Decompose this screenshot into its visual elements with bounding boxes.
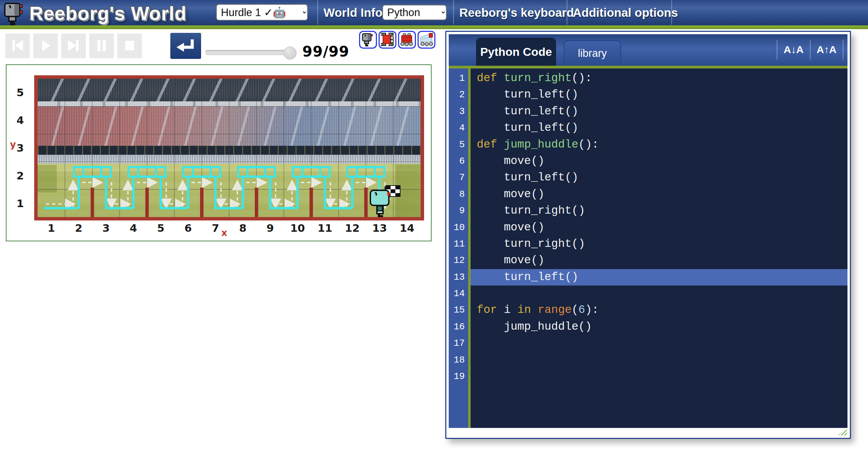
font-size-controls: A↓A A↑A (777, 40, 843, 60)
line-number: 11 (449, 236, 468, 252)
code-line: move() (471, 252, 847, 269)
world-select[interactable]: Hurdle 1 ✓🤖 (216, 4, 308, 21)
pause-icon (93, 37, 110, 55)
play-button[interactable] (33, 34, 58, 58)
line-number: 12 (449, 252, 468, 269)
line-number: 19 (449, 368, 468, 385)
frame-counter: 99/99 (302, 43, 349, 60)
x-axis-label: 5 (153, 222, 168, 234)
code-line: for i in range(6): (471, 302, 847, 318)
menu-reeborg-keyboard[interactable]: Reeborg's keyboard (459, 0, 574, 25)
robot-tank-button[interactable] (379, 31, 396, 49)
robot-rover-blue-button[interactable] (418, 31, 435, 49)
editor-accent-line (449, 66, 847, 68)
rover-red-robot-icon (399, 32, 415, 48)
x-axis-label: 3 (98, 222, 114, 234)
code-editor[interactable]: def turn_right(): turn_left() turn_left(… (471, 68, 847, 428)
x-axis-label: 14 (399, 222, 415, 234)
line-number: 2 (449, 87, 468, 103)
stop-icon (121, 37, 139, 55)
skip-to-start-button[interactable] (5, 34, 30, 58)
y-axis-label: 2 (13, 169, 28, 182)
code-line: turn_left() (471, 169, 847, 186)
code-line: move() (471, 186, 847, 203)
code-line (471, 368, 847, 385)
reeborg-robot-sprite (370, 190, 390, 216)
navbar-accent-line (0, 25, 868, 29)
nav-separator (317, 0, 318, 25)
rover-blue-robot-icon (419, 32, 434, 48)
line-number: 9 (449, 203, 468, 219)
menu-additional-options[interactable]: Additional options (573, 0, 678, 25)
enter-arrow-icon (174, 36, 197, 56)
frame-slider[interactable] (205, 50, 291, 55)
code-line: turn_left() (471, 87, 847, 103)
frame-slider-thumb[interactable] (284, 47, 297, 60)
pause-button[interactable] (89, 34, 114, 58)
nav-separator (671, 0, 672, 25)
menu-world-info[interactable]: World Info (324, 0, 382, 25)
x-axis-label: 6 (181, 222, 196, 234)
x-axis-label: 10 (290, 222, 305, 234)
line-number: 17 (449, 335, 468, 352)
code-line: def jump_huddle(): (471, 137, 847, 153)
x-axis-label: 13 (372, 222, 387, 234)
robot-rover-red-button[interactable] (398, 31, 416, 49)
classic-robot-icon (361, 32, 375, 48)
code-line: turn_right() (471, 236, 847, 252)
line-number: 13 (449, 269, 468, 286)
code-line: move() (471, 153, 847, 169)
world-overlay (38, 79, 421, 217)
font-increase-button[interactable]: A↑A (811, 40, 843, 60)
code-line: move() (471, 219, 847, 236)
x-axis-label: 11 (317, 222, 332, 234)
play-icon (37, 37, 54, 55)
code-line: jump_huddle() (471, 319, 847, 335)
x-axis-label: 7 (208, 222, 223, 234)
line-number: 18 (449, 352, 468, 368)
code-editor-panel: Python Code library A↓A A↑A 123456789101… (445, 31, 851, 439)
x-axis-label: 2 (71, 222, 86, 234)
code-line (471, 286, 847, 302)
line-number: 14 (449, 286, 468, 302)
skip-to-end-icon (65, 37, 82, 55)
step-enter-button[interactable] (170, 33, 201, 59)
world-grid (34, 75, 424, 220)
tab-library[interactable]: library (564, 40, 621, 66)
code-line: turn_left() (471, 120, 847, 136)
y-axis-label: 5 (13, 86, 28, 99)
editor-body: 12345678910111213141516171819 def turn_r… (449, 68, 847, 428)
x-axis-label: 8 (235, 222, 250, 234)
y-axis-name: y (10, 139, 16, 150)
tab-python-code[interactable]: Python Code (476, 38, 556, 66)
line-number-gutter: 12345678910111213141516171819 (449, 68, 468, 428)
x-axis-label: 4 (126, 222, 141, 234)
code-line: turn_left() (471, 103, 847, 120)
line-number: 1 (449, 70, 468, 87)
font-decrease-button[interactable]: A↓A (777, 40, 810, 60)
line-number: 6 (449, 153, 468, 169)
skip-to-end-button[interactable] (61, 34, 86, 58)
y-axis-label: 1 (13, 197, 28, 210)
code-line: def turn_right(): (471, 70, 847, 87)
line-number: 3 (449, 103, 468, 120)
x-axis-name: x (221, 227, 227, 238)
x-axis-label: 1 (44, 222, 59, 234)
editor-header: Python Code library A↓A A↑A (449, 34, 847, 66)
robot-classic-button[interactable] (359, 31, 377, 49)
line-number: 15 (449, 302, 468, 318)
divider (843, 40, 843, 60)
top-navbar: Reeborg's World Hurdle 1 ✓🤖 World Info P… (0, 0, 868, 25)
resize-handle-icon[interactable] (838, 428, 847, 435)
language-select[interactable]: Python (382, 5, 447, 20)
gutter-accent-line (468, 68, 471, 428)
tank-robot-icon (380, 32, 395, 48)
stop-button[interactable] (117, 34, 142, 58)
app-title: Reeborg's World (29, 0, 187, 27)
line-number: 4 (449, 120, 468, 136)
nav-separator (567, 0, 567, 25)
line-number: 16 (449, 319, 468, 335)
line-number: 5 (449, 137, 468, 153)
line-number: 10 (449, 219, 468, 236)
editor-footer (449, 428, 847, 436)
